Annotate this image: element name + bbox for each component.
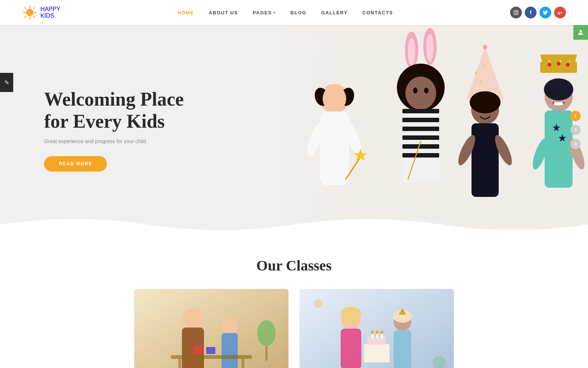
svg-point-64 — [548, 63, 551, 67]
svg-rect-40 — [402, 127, 439, 131]
svg-rect-39 — [402, 118, 439, 122]
svg-rect-38 — [402, 109, 439, 113]
svg-point-19 — [323, 86, 346, 112]
svg-point-49 — [480, 81, 482, 83]
svg-rect-86 — [206, 347, 215, 354]
svg-point-13 — [517, 11, 517, 12]
twitter-icon[interactable] — [539, 7, 551, 18]
svg-point-10 — [29, 12, 30, 13]
svg-point-12 — [515, 11, 517, 14]
svg-point-53 — [488, 106, 492, 110]
svg-point-106 — [313, 299, 322, 308]
svg-line-5 — [25, 7, 26, 9]
classes-title: Our Classes — [22, 257, 566, 274]
slide-dot-3[interactable]: 3 — [570, 139, 581, 149]
svg-point-65 — [557, 62, 560, 66]
svg-point-46 — [483, 45, 487, 49]
svg-rect-84 — [241, 359, 244, 368]
svg-rect-20 — [320, 112, 349, 185]
svg-line-8 — [25, 16, 26, 18]
svg-line-6 — [33, 16, 35, 18]
svg-rect-97 — [364, 344, 390, 362]
svg-point-108 — [580, 30, 582, 32]
nav-item-blog[interactable]: BLOG — [290, 10, 306, 15]
logo-text: HAPPY KIDS — [40, 6, 60, 19]
hero-content: Welcoming Placefor Every Kids Great expe… — [44, 88, 184, 171]
hero-illustration — [276, 25, 588, 235]
svg-point-28 — [426, 34, 434, 62]
svg-rect-70 — [554, 102, 563, 105]
svg-rect-82 — [171, 355, 252, 359]
svg-rect-93 — [341, 329, 361, 368]
hero-image — [276, 25, 588, 235]
svg-point-103 — [376, 330, 379, 334]
google-plus-icon[interactable]: g+ — [554, 7, 566, 18]
class-card-1[interactable] — [134, 289, 288, 368]
svg-point-80 — [222, 318, 238, 334]
svg-point-52 — [478, 106, 482, 110]
class-card-2-image — [300, 289, 454, 368]
svg-point-32 — [424, 88, 429, 93]
nav-item-pages[interactable]: PAGES ▾ — [253, 10, 276, 15]
svg-rect-71 — [545, 110, 573, 188]
slide-dot-2[interactable]: 2 — [570, 125, 581, 135]
svg-point-78 — [183, 308, 203, 329]
instagram-icon[interactable] — [510, 7, 522, 18]
svg-line-7 — [33, 7, 35, 9]
svg-point-30 — [405, 77, 436, 110]
svg-rect-43 — [402, 153, 439, 158]
floating-action-button[interactable] — [573, 25, 588, 40]
logo-sun-icon — [22, 5, 37, 20]
nav-item-home[interactable]: HOME — [178, 10, 194, 15]
nav-item-contacts[interactable]: CONTACTS — [362, 10, 393, 15]
edit-icon: ✎ — [4, 79, 9, 86]
svg-point-68 — [544, 78, 573, 100]
hero-subtitle: Great experience and progress for your c… — [44, 138, 184, 144]
class-card-2[interactable] — [300, 289, 454, 368]
slide-dot-1[interactable]: 1 — [570, 111, 581, 121]
svg-point-31 — [413, 88, 417, 93]
svg-rect-11 — [514, 10, 518, 15]
nav-item-gallery[interactable]: GALLERY — [321, 10, 348, 15]
slide-tab[interactable]: ✎ — [0, 73, 13, 92]
svg-rect-59 — [472, 123, 499, 197]
logo-happy: HAPPY — [40, 6, 60, 13]
hero-section: ✎ — [0, 25, 588, 235]
classes-section: Our Classes — [0, 235, 588, 368]
svg-point-92 — [341, 307, 361, 321]
svg-point-47 — [474, 71, 477, 74]
read-more-button[interactable]: READ MORE — [44, 156, 107, 171]
slide-dots: 1 2 3 — [570, 111, 581, 149]
person-icon — [577, 29, 584, 36]
svg-point-9 — [27, 10, 33, 15]
facebook-icon[interactable]: f — [525, 7, 537, 18]
hero-title: Welcoming Placefor Every Kids — [44, 88, 184, 132]
svg-rect-41 — [402, 135, 439, 140]
svg-rect-85 — [193, 346, 204, 354]
nav-item-about[interactable]: ABOUT US — [209, 10, 238, 15]
hero-wave — [0, 213, 588, 235]
svg-point-66 — [566, 63, 570, 67]
logo-kids: KIDS — [40, 13, 60, 19]
social-icons: f g+ — [510, 7, 566, 18]
svg-rect-42 — [402, 144, 439, 149]
svg-point-102 — [371, 330, 374, 334]
svg-rect-81 — [222, 333, 238, 368]
svg-rect-88 — [265, 346, 268, 361]
class-card-1-image — [134, 289, 288, 368]
logo[interactable]: HAPPY KIDS — [22, 5, 60, 20]
svg-point-48 — [482, 64, 484, 67]
svg-point-51 — [470, 91, 501, 113]
header: HAPPY KIDS HOME ABOUT US PAGES ▾ BLOG GA… — [0, 0, 588, 25]
svg-point-27 — [408, 38, 415, 66]
main-nav: HOME ABOUT US PAGES ▾ BLOG GALLERY CONTA… — [178, 10, 393, 15]
classes-grid — [22, 289, 566, 368]
svg-point-104 — [380, 330, 383, 334]
svg-rect-83 — [178, 359, 181, 368]
chevron-down-icon: ▾ — [273, 11, 276, 15]
svg-point-69 — [552, 93, 555, 97]
svg-rect-96 — [394, 330, 411, 368]
svg-point-87 — [257, 320, 276, 346]
